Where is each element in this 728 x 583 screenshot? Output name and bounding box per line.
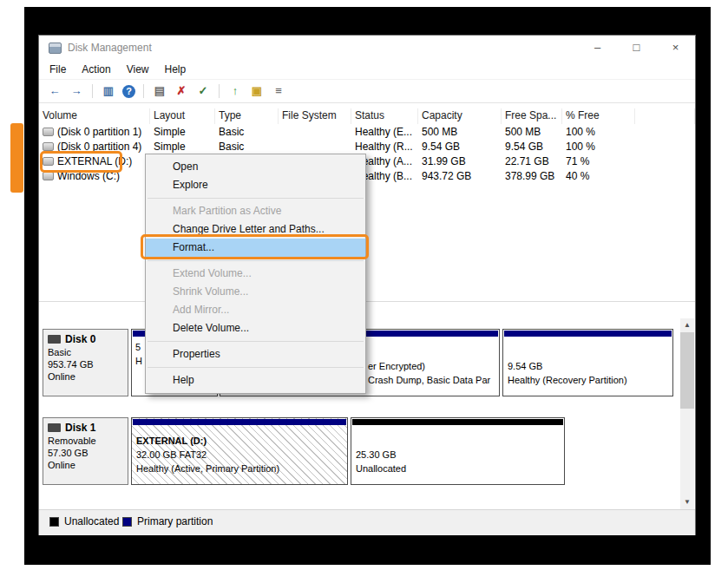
disk-1-panel[interactable]: Disk 1 Removable 57.30 GB Online	[43, 417, 128, 485]
cell-free-space: 22.71 GB	[502, 155, 562, 167]
cell-type: Basic	[215, 141, 279, 153]
cell-layout: Simple	[150, 126, 215, 138]
forward-icon[interactable]: →	[69, 83, 84, 99]
table-row[interactable]: Windows (C:) Healthy (B... 943.72 GB 378…	[39, 168, 695, 183]
cell-free-space: 378.99 GB	[502, 170, 562, 182]
properties-dialog-icon[interactable]: ▤	[152, 83, 167, 99]
scroll-down-icon[interactable]: ▼	[680, 495, 694, 509]
partition-size-label: 9.54 GB	[508, 361, 542, 371]
disk0-partition-recovery[interactable]: 9.54 GB Healthy (Recovery Partition)	[502, 329, 673, 396]
disk-name: Disk 0	[65, 333, 95, 345]
menu-item-change-drive-letter[interactable]: Change Drive Letter and Paths...	[146, 220, 365, 239]
column-volume[interactable]: Volume	[39, 108, 150, 124]
menu-item-explore[interactable]: Explore	[146, 176, 365, 194]
partition-external-d[interactable]: EXTERNAL (D:) 32.00 GB FAT32 Healthy (Ac…	[131, 417, 348, 485]
toolbar: ← → ▥ ? ▤ ✗ ✓ ↑ ▣ ≡	[39, 79, 695, 103]
menu-file[interactable]: File	[42, 62, 74, 77]
table-row-external-d[interactable]: EXTERNAL (D:) Healthy (A... 31.99 GB 22.…	[39, 154, 695, 168]
cell-capacity: 943.72 GB	[418, 170, 502, 182]
legend-unallocated-label: Unallocated	[64, 515, 119, 527]
legend-unallocated-swatch	[49, 517, 59, 527]
cell-status: Healthy (E...	[351, 126, 418, 138]
menu-item-format[interactable]: Format...	[146, 239, 365, 257]
primary-partition-stripe	[133, 419, 346, 425]
open-folder-icon[interactable]: ▣	[249, 83, 265, 99]
mark-active-icon[interactable]: ✓	[195, 83, 211, 99]
toolbar-separator	[219, 84, 220, 98]
column-layout[interactable]: Layout	[150, 108, 215, 124]
vertical-scrollbar[interactable]: ▲ ▼	[680, 318, 694, 509]
legend-primary-partition: Primary partition	[122, 515, 213, 527]
column-type[interactable]: Type	[215, 108, 279, 124]
primary-partition-stripe	[504, 331, 672, 337]
maximize-button[interactable]: □	[617, 36, 656, 60]
cell-free-space: 500 MB	[502, 126, 562, 138]
disk-size: 57.30 GB	[48, 448, 123, 458]
annotation-left-marker	[10, 123, 23, 193]
cell-pct-free: 100 %	[562, 126, 635, 138]
menu-separator	[148, 341, 364, 342]
menu-item-extend-volume: Extend Volume...	[146, 265, 365, 283]
menu-item-open[interactable]: Open	[146, 158, 365, 176]
column-capacity[interactable]: Capacity	[418, 108, 502, 124]
disk-1-row: Disk 1 Removable 57.30 GB Online EXTERNA…	[43, 417, 674, 487]
menu-item-mark-partition-active: Mark Partition as Active	[146, 202, 365, 220]
menu-view[interactable]: View	[119, 62, 157, 77]
menu-action[interactable]: Action	[74, 62, 118, 77]
unallocated-stripe	[352, 419, 563, 425]
disk-icon	[48, 423, 61, 432]
column-file-system[interactable]: File System	[279, 108, 351, 124]
disk-type: Basic	[48, 347, 123, 357]
scroll-up-icon[interactable]: ▲	[680, 318, 694, 332]
partition-status-label: Healthy (Active, Primary Partition)	[136, 463, 279, 474]
move-up-icon[interactable]: ↑	[227, 83, 243, 99]
table-row[interactable]: (Disk 0 partition 1) Simple Basic Health…	[39, 124, 695, 139]
app-icon	[49, 43, 62, 54]
menu-separator	[148, 260, 364, 261]
help-icon[interactable]: ?	[122, 85, 135, 98]
desktop-background: Disk Management – □ × File Action View H…	[24, 7, 711, 565]
volume-name: EXTERNAL (D:)	[57, 155, 132, 167]
minimize-button[interactable]: –	[578, 36, 617, 60]
column-pct-free[interactable]: % Free	[562, 108, 635, 124]
cell-capacity: 500 MB	[418, 126, 502, 138]
close-button[interactable]: ×	[656, 36, 695, 60]
menu-item-shrink-volume: Shrink Volume...	[146, 283, 365, 301]
title-bar[interactable]: Disk Management – □ ×	[39, 36, 695, 60]
column-status[interactable]: Status	[351, 108, 418, 124]
menu-item-properties[interactable]: Properties	[146, 345, 365, 364]
partition-text-fragment: H	[135, 356, 142, 366]
disk-type: Removable	[48, 436, 123, 446]
menu-separator	[148, 367, 364, 368]
partition-name-label: EXTERNAL (D:)	[136, 436, 207, 446]
cell-status: Healthy (R...	[351, 141, 418, 153]
legend-primary-label: Primary partition	[137, 515, 213, 527]
disk-graphic-pane: Disk 0 Basic 953.74 GB Online 5 H er Enc…	[39, 303, 695, 509]
menu-help[interactable]: Help	[157, 62, 194, 77]
disk-icon	[48, 335, 61, 344]
partition-text-fragment: er Encrypted)	[368, 361, 425, 371]
table-row[interactable]: (Disk 0 partition 4) Simple Basic Health…	[39, 139, 695, 154]
list-view-icon[interactable]: ≡	[271, 83, 286, 99]
menu-bar: File Action View Help	[39, 60, 695, 79]
delete-volume-icon[interactable]: ✗	[174, 83, 189, 99]
cell-pct-free: 40 %	[562, 170, 635, 182]
disk-size: 953.74 GB	[48, 359, 123, 370]
disk-status: Online	[48, 371, 123, 382]
column-free-space[interactable]: Free Spa...	[502, 108, 562, 124]
disk-0-panel[interactable]: Disk 0 Basic 953.74 GB Online	[43, 329, 128, 396]
partition-unallocated[interactable]: 25.30 GB Unallocated	[351, 417, 565, 485]
disk-management-window: Disk Management – □ × File Action View H…	[38, 35, 696, 535]
back-icon[interactable]: ←	[47, 83, 62, 99]
legend-bar: Unallocated Primary partition	[39, 509, 695, 535]
toolbar-separator	[143, 84, 144, 98]
scrollbar-thumb[interactable]	[680, 332, 694, 409]
menu-item-delete-volume[interactable]: Delete Volume...	[146, 319, 365, 337]
partition-size-label: 32.00 GB FAT32	[136, 449, 207, 460]
partition-text-fragment: Crash Dump, Basic Data Par	[368, 375, 490, 385]
menu-item-help[interactable]: Help	[146, 371, 365, 390]
volume-icon	[43, 142, 54, 151]
volume-name: (Disk 0 partition 4)	[57, 141, 141, 153]
menu-separator	[148, 198, 364, 199]
show-console-tree-icon[interactable]: ▥	[101, 83, 116, 99]
